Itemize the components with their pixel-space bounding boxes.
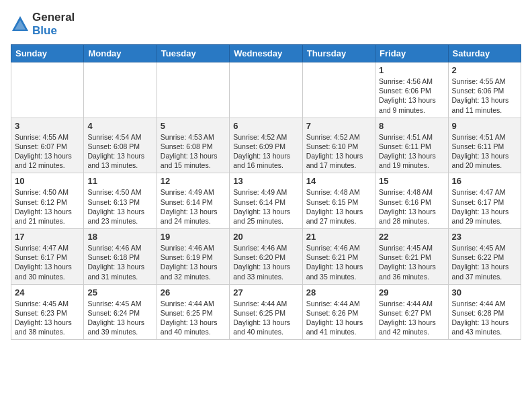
day-number: 4 (87, 121, 152, 131)
calendar-cell: 18Sunrise: 4:46 AM Sunset: 6:18 PM Dayli… (84, 229, 157, 285)
day-info: Sunrise: 4:49 AM Sunset: 6:14 PM Dayligh… (233, 187, 298, 226)
calendar-cell: 17Sunrise: 4:47 AM Sunset: 6:17 PM Dayli… (11, 229, 84, 285)
calendar-cell: 25Sunrise: 4:45 AM Sunset: 6:24 PM Dayli… (84, 284, 157, 340)
calendar-cell: 7Sunrise: 4:52 AM Sunset: 6:10 PM Daylig… (302, 118, 375, 173)
day-info: Sunrise: 4:55 AM Sunset: 6:07 PM Dayligh… (15, 132, 80, 171)
day-number: 14 (306, 176, 371, 186)
calendar-cell (302, 62, 375, 118)
day-number: 2 (452, 65, 517, 75)
calendar-cell (157, 62, 229, 118)
weekday-header-row: SundayMondayTuesdayWednesdayThursdayFrid… (11, 45, 521, 62)
calendar-cell: 24Sunrise: 4:45 AM Sunset: 6:23 PM Dayli… (11, 284, 84, 340)
calendar-table: SundayMondayTuesdayWednesdayThursdayFrid… (11, 44, 521, 340)
day-number: 27 (233, 287, 298, 298)
calendar-cell: 5Sunrise: 4:53 AM Sunset: 6:08 PM Daylig… (157, 118, 229, 173)
day-number: 9 (452, 121, 517, 131)
day-info: Sunrise: 4:45 AM Sunset: 6:23 PM Dayligh… (15, 299, 80, 337)
day-number: 5 (161, 121, 226, 131)
calendar-cell: 23Sunrise: 4:45 AM Sunset: 6:22 PM Dayli… (448, 229, 521, 285)
day-number: 11 (87, 176, 152, 186)
day-number: 30 (452, 287, 517, 298)
calendar-cell: 30Sunrise: 4:44 AM Sunset: 6:28 PM Dayli… (448, 284, 521, 340)
calendar-cell: 8Sunrise: 4:51 AM Sunset: 6:11 PM Daylig… (375, 118, 448, 173)
logo: General Blue (11, 11, 75, 38)
day-number: 15 (379, 176, 444, 186)
weekday-header-tuesday: Tuesday (157, 45, 229, 62)
header: General Blue (11, 11, 521, 38)
day-number: 26 (161, 287, 226, 298)
weekday-header-saturday: Saturday (448, 45, 521, 62)
day-number: 24 (15, 287, 80, 298)
day-info: Sunrise: 4:46 AM Sunset: 6:18 PM Dayligh… (87, 243, 152, 281)
calendar-cell: 19Sunrise: 4:46 AM Sunset: 6:19 PM Dayli… (157, 229, 229, 285)
day-number: 10 (15, 176, 80, 186)
day-info: Sunrise: 4:44 AM Sunset: 6:26 PM Dayligh… (306, 299, 371, 337)
day-number: 12 (161, 176, 226, 186)
day-info: Sunrise: 4:51 AM Sunset: 6:11 PM Dayligh… (452, 132, 517, 171)
day-number: 18 (87, 232, 152, 242)
calendar-cell: 6Sunrise: 4:52 AM Sunset: 6:09 PM Daylig… (230, 118, 302, 173)
day-info: Sunrise: 4:52 AM Sunset: 6:10 PM Dayligh… (306, 132, 371, 171)
day-number: 19 (161, 232, 226, 242)
day-number: 29 (379, 287, 444, 298)
logo-general: General (32, 11, 75, 24)
day-info: Sunrise: 4:44 AM Sunset: 6:28 PM Dayligh… (452, 299, 517, 337)
day-info: Sunrise: 4:48 AM Sunset: 6:15 PM Dayligh… (306, 187, 371, 226)
day-info: Sunrise: 4:44 AM Sunset: 6:27 PM Dayligh… (379, 299, 444, 337)
week-row-4: 24Sunrise: 4:45 AM Sunset: 6:23 PM Dayli… (11, 284, 521, 340)
logo-icon (11, 15, 30, 34)
day-number: 20 (233, 232, 298, 242)
day-info: Sunrise: 4:56 AM Sunset: 6:06 PM Dayligh… (379, 77, 444, 115)
calendar-cell: 20Sunrise: 4:46 AM Sunset: 6:20 PM Dayli… (230, 229, 302, 285)
day-info: Sunrise: 4:46 AM Sunset: 6:21 PM Dayligh… (306, 243, 371, 281)
calendar-cell: 13Sunrise: 4:49 AM Sunset: 6:14 PM Dayli… (230, 173, 302, 229)
day-number: 8 (379, 121, 444, 131)
calendar-cell: 9Sunrise: 4:51 AM Sunset: 6:11 PM Daylig… (448, 118, 521, 173)
weekday-header-thursday: Thursday (302, 45, 375, 62)
day-info: Sunrise: 4:47 AM Sunset: 6:17 PM Dayligh… (452, 187, 517, 226)
day-info: Sunrise: 4:45 AM Sunset: 6:24 PM Dayligh… (87, 299, 152, 337)
day-number: 1 (379, 65, 444, 75)
calendar-cell (230, 62, 302, 118)
calendar-cell: 21Sunrise: 4:46 AM Sunset: 6:21 PM Dayli… (302, 229, 375, 285)
weekday-header-monday: Monday (84, 45, 157, 62)
day-info: Sunrise: 4:45 AM Sunset: 6:22 PM Dayligh… (452, 243, 517, 281)
day-info: Sunrise: 4:44 AM Sunset: 6:25 PM Dayligh… (233, 299, 298, 337)
week-row-3: 17Sunrise: 4:47 AM Sunset: 6:17 PM Dayli… (11, 229, 521, 285)
day-number: 6 (233, 121, 298, 131)
day-number: 28 (306, 287, 371, 298)
day-number: 25 (87, 287, 152, 298)
day-info: Sunrise: 4:51 AM Sunset: 6:11 PM Dayligh… (379, 132, 444, 171)
calendar-cell: 27Sunrise: 4:44 AM Sunset: 6:25 PM Dayli… (230, 284, 302, 340)
day-info: Sunrise: 4:46 AM Sunset: 6:19 PM Dayligh… (161, 243, 226, 281)
day-number: 23 (452, 232, 517, 242)
calendar-cell: 1Sunrise: 4:56 AM Sunset: 6:06 PM Daylig… (375, 62, 448, 118)
calendar-cell: 22Sunrise: 4:45 AM Sunset: 6:21 PM Dayli… (375, 229, 448, 285)
calendar-cell: 28Sunrise: 4:44 AM Sunset: 6:26 PM Dayli… (302, 284, 375, 340)
week-row-2: 10Sunrise: 4:50 AM Sunset: 6:12 PM Dayli… (11, 173, 521, 229)
day-number: 13 (233, 176, 298, 186)
calendar-cell: 2Sunrise: 4:55 AM Sunset: 6:06 PM Daylig… (448, 62, 521, 118)
day-info: Sunrise: 4:47 AM Sunset: 6:17 PM Dayligh… (15, 243, 80, 281)
calendar-cell: 10Sunrise: 4:50 AM Sunset: 6:12 PM Dayli… (11, 173, 84, 229)
calendar-cell: 16Sunrise: 4:47 AM Sunset: 6:17 PM Dayli… (448, 173, 521, 229)
week-row-1: 3Sunrise: 4:55 AM Sunset: 6:07 PM Daylig… (11, 118, 521, 173)
day-info: Sunrise: 4:44 AM Sunset: 6:25 PM Dayligh… (161, 299, 226, 337)
calendar-cell: 14Sunrise: 4:48 AM Sunset: 6:15 PM Dayli… (302, 173, 375, 229)
day-number: 22 (379, 232, 444, 242)
day-info: Sunrise: 4:46 AM Sunset: 6:20 PM Dayligh… (233, 243, 298, 281)
day-info: Sunrise: 4:52 AM Sunset: 6:09 PM Dayligh… (233, 132, 298, 171)
weekday-header-sunday: Sunday (11, 45, 84, 62)
calendar-cell: 12Sunrise: 4:49 AM Sunset: 6:14 PM Dayli… (157, 173, 229, 229)
calendar-cell: 11Sunrise: 4:50 AM Sunset: 6:13 PM Dayli… (84, 173, 157, 229)
day-number: 7 (306, 121, 371, 131)
calendar-cell: 26Sunrise: 4:44 AM Sunset: 6:25 PM Dayli… (157, 284, 229, 340)
weekday-header-friday: Friday (375, 45, 448, 62)
week-row-0: 1Sunrise: 4:56 AM Sunset: 6:06 PM Daylig… (11, 62, 521, 118)
day-info: Sunrise: 4:54 AM Sunset: 6:08 PM Dayligh… (87, 132, 152, 171)
day-info: Sunrise: 4:53 AM Sunset: 6:08 PM Dayligh… (161, 132, 226, 171)
day-number: 3 (15, 121, 80, 131)
day-info: Sunrise: 4:50 AM Sunset: 6:13 PM Dayligh… (87, 187, 152, 226)
day-info: Sunrise: 4:49 AM Sunset: 6:14 PM Dayligh… (161, 187, 226, 226)
logo-blue: Blue (32, 24, 57, 37)
